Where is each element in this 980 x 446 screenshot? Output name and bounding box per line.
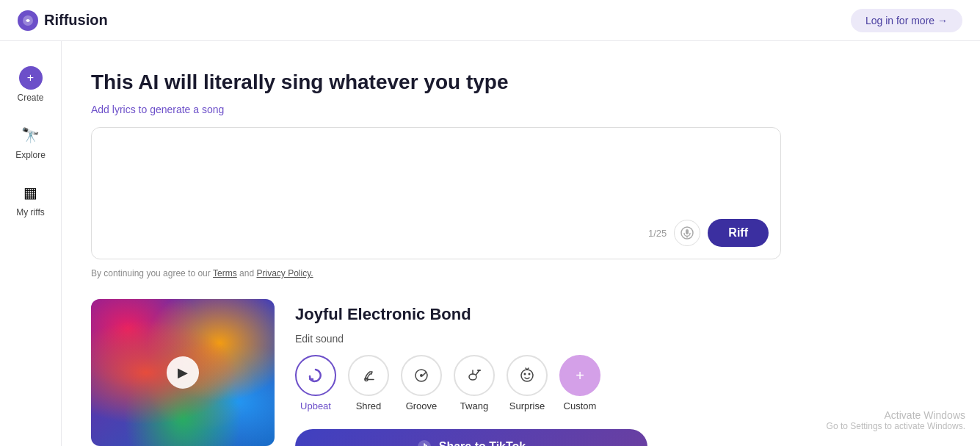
logo-text: Riffusion [44,12,108,29]
sound-option-shred[interactable]: Shred [348,355,389,411]
custom-icon: + [559,355,600,396]
windows-line2: Go to Settings to activate Windows. [827,421,965,431]
voice-button[interactable] [674,220,700,246]
logo[interactable]: Riffusion [18,10,108,31]
svg-line-8 [423,373,426,375]
sidebar-item-my-riffs[interactable]: ▦ My riffs [6,173,56,225]
main-content: This AI will literally sing whatever you… [62,41,980,446]
svg-point-14 [524,373,526,375]
shred-icon [348,355,389,396]
lyrics-input-container: 1/25 Riff [91,127,781,259]
sound-option-custom[interactable]: + Custom [559,355,600,411]
play-button[interactable]: ▶ [167,356,199,389]
app-body: + Create 🔭 Explore ▦ My riffs This AI wi… [0,41,980,446]
custom-label: Custom [564,400,597,411]
terms-link[interactable]: Terms [213,268,237,278]
upbeat-icon [295,355,336,396]
svg-rect-2 [686,229,689,234]
my-riffs-icon: ▦ [19,181,43,204]
sidebar-item-create[interactable]: + Create [6,59,56,110]
riff-button[interactable]: Riff [708,219,769,247]
windows-watermark: Activate Windows Go to Settings to activ… [827,409,965,431]
windows-line1: Activate Windows [827,409,965,421]
explore-icon: 🔭 [19,123,43,147]
surprise-label: Surprise [509,400,545,411]
groove-label: Groove [406,400,438,411]
song-title: Joyful Electronic Bond [295,305,781,324]
logo-icon [18,10,38,31]
sound-option-upbeat[interactable]: Upbeat [295,355,336,411]
upbeat-label: Upbeat [300,400,331,411]
subtitle-link[interactable]: Add lyrics to generate a song [91,104,224,115]
svg-point-9 [469,374,476,380]
sound-option-surprise[interactable]: Surprise [507,355,548,411]
textarea-footer: 1/25 Riff [104,219,769,247]
twang-icon [454,355,495,396]
tiktok-share-button[interactable]: Share to TikTok [295,429,647,446]
sidebar-label-my-riffs: My riffs [16,207,44,217]
sidebar-label-explore: Explore [15,150,46,160]
char-count: 1/25 [648,228,667,239]
album-art: ▶ [91,299,275,446]
lyrics-textarea[interactable] [104,140,769,213]
create-icon: + [19,66,43,90]
terms-text: By continuing you agree to our Terms and… [91,268,781,278]
privacy-link[interactable]: Privacy Policy. [256,268,313,278]
groove-icon [401,355,442,396]
tiktok-icon [417,439,432,446]
sound-option-twang[interactable]: Twang [454,355,495,411]
twang-label: Twang [460,400,488,411]
sidebar: + Create 🔭 Explore ▦ My riffs [0,41,62,446]
page-title: This AI will literally sing whatever you… [91,71,951,94]
song-card: ▶ Joyful Electronic Bond Edit sound [91,299,781,446]
sound-option-groove[interactable]: Groove [401,355,442,411]
svg-point-13 [521,370,533,381]
sidebar-label-create: Create [17,93,43,103]
svg-point-15 [529,373,531,375]
edit-sound-label: Edit sound [295,333,781,345]
login-button[interactable]: Log in for more → [851,9,962,32]
sidebar-item-explore[interactable]: 🔭 Explore [6,116,56,168]
sound-options: Upbeat Shred [295,355,781,411]
app-header: Riffusion Log in for more → [0,0,980,41]
song-info: Joyful Electronic Bond Edit sound Upbeat [295,299,781,446]
surprise-icon [507,355,548,396]
shred-label: Shred [356,400,382,411]
